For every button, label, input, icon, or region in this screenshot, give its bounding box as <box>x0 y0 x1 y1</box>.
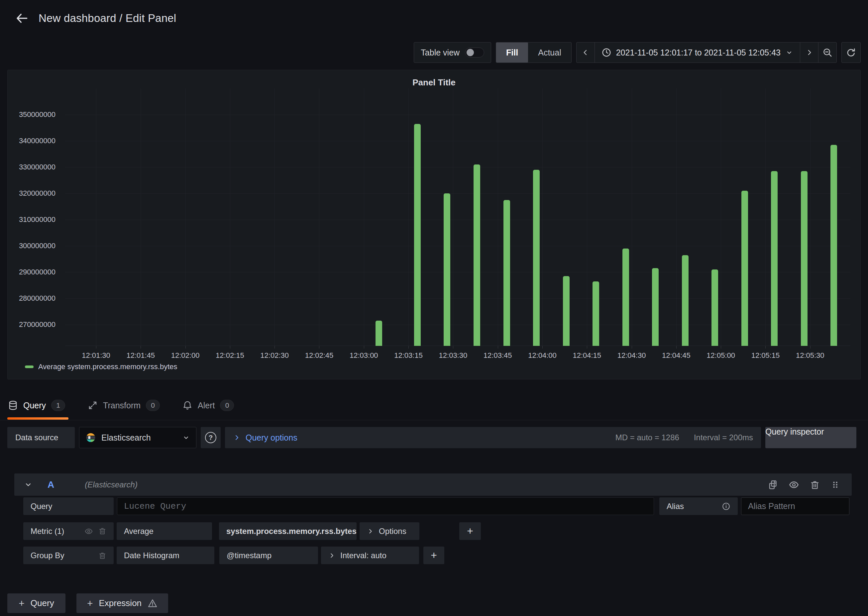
panel: Panel Title 12:01:3012:01:4512:02:0012:0… <box>7 70 861 379</box>
toggle-knob <box>467 49 474 56</box>
x-axis-tick <box>96 346 96 349</box>
time-shift-forward-button[interactable] <box>800 42 818 63</box>
remove-metric-button[interactable] <box>98 527 106 536</box>
time-picker-group: 2021-11-05 12:01:17 to 2021-11-05 12:05:… <box>576 42 837 63</box>
x-axis-tick-label: 12:03:00 <box>339 351 389 360</box>
refresh-button[interactable] <box>841 42 861 63</box>
x-axis-tick <box>230 346 230 349</box>
group-by-label-text: Group By <box>31 551 64 560</box>
alias-label-text: Alias <box>667 502 684 511</box>
bar-12:04:08 <box>563 276 569 346</box>
metric-options-label: Options <box>379 526 406 536</box>
chevron-left-icon <box>581 48 590 57</box>
zoom-out-time-button[interactable] <box>818 42 837 63</box>
bar-12:05:18 <box>771 171 778 346</box>
x-gridline <box>498 88 498 346</box>
actual-option[interactable]: Actual <box>528 42 571 63</box>
eye-icon <box>84 527 93 536</box>
y-axis-tick-label: 310000000 <box>9 215 55 224</box>
x-axis-tick <box>632 346 632 349</box>
x-axis-tick <box>765 346 766 349</box>
datasource-help-button[interactable]: ? <box>201 427 221 448</box>
x-axis-tick-label: 12:04:00 <box>517 351 567 360</box>
time-range-text: 2021-11-05 12:01:17 to 2021-11-05 12:05:… <box>616 48 781 58</box>
remove-group-by-button[interactable] <box>98 552 106 559</box>
legend-series-label: Average system.process.memory.rss.bytes <box>38 363 178 371</box>
table-view-toggle[interactable] <box>465 47 484 58</box>
drag-handle-icon[interactable] <box>830 480 840 489</box>
collapse-query-button[interactable] <box>24 480 33 489</box>
metric-aggregation-select[interactable]: Average <box>116 522 212 540</box>
x-axis-tick-label: 12:05:30 <box>785 351 835 360</box>
query-inspector-button[interactable]: Query inspector <box>765 427 856 448</box>
bar-12:03:28 <box>443 193 450 346</box>
bar-12:05:38 <box>830 145 837 346</box>
bar-12:03:18 <box>414 124 421 346</box>
toggle-metric-visibility-button[interactable] <box>84 527 93 536</box>
y-axis-tick-label: 320000000 <box>9 189 55 198</box>
chevron-down-icon <box>785 49 793 57</box>
plot-area: 12:01:3012:01:4512:02:0012:02:1512:02:30… <box>65 88 851 346</box>
query-options-toggle[interactable]: Query options MD = auto = 1286 Interval … <box>225 427 761 448</box>
refresh-icon <box>846 47 856 58</box>
group-by-interval-toggle[interactable]: Interval: auto <box>321 547 419 564</box>
chevron-right-icon <box>805 48 813 57</box>
datasource-picker[interactable]: Elasticsearch <box>79 427 197 448</box>
bar-12:03:05 <box>376 321 382 346</box>
metric-options-toggle[interactable]: Options <box>360 522 419 540</box>
x-gridline <box>587 88 587 346</box>
max-data-points-stat: MD = auto = 1286 <box>615 433 679 442</box>
x-axis-tick <box>319 346 319 349</box>
help-icon: ? <box>205 432 216 443</box>
toggle-query-visibility-button[interactable] <box>789 479 799 490</box>
duplicate-query-button[interactable] <box>768 480 778 490</box>
chevron-right-icon <box>367 528 374 535</box>
bar-12:04:48 <box>682 255 689 346</box>
y-gridline <box>65 115 851 115</box>
table-view-label: Table view <box>421 48 459 58</box>
chevron-right-icon <box>328 552 336 559</box>
x-gridline <box>721 88 721 346</box>
group-by-aggregation-select[interactable]: Date Histogram <box>116 547 214 564</box>
query-ref-id[interactable]: A <box>47 479 54 490</box>
query-editor-header[interactable]: A (Elasticsearch) <box>14 473 852 496</box>
x-axis-tick-label: 12:04:30 <box>607 351 657 360</box>
lucene-query-input[interactable] <box>117 497 654 515</box>
add-query-button[interactable]: + Query <box>7 593 66 613</box>
x-axis-tick-label: 12:02:00 <box>160 351 210 360</box>
group-by-field-select[interactable]: @timestamp <box>219 547 318 564</box>
trash-icon <box>98 552 106 559</box>
tab-transform[interactable]: Transform 0 <box>87 394 163 417</box>
legend-item[interactable]: Average system.process.memory.rss.bytes <box>25 363 178 371</box>
query-stats: MD = auto = 1286 Interval = 200ms <box>615 433 753 442</box>
plus-icon: + <box>19 598 25 609</box>
x-gridline <box>453 88 453 346</box>
add-expression-button[interactable]: + Expression <box>76 593 168 613</box>
metric-row: Metric (1) Average system.process.memory… <box>23 522 481 540</box>
time-shift-back-button[interactable] <box>576 42 595 63</box>
database-icon <box>8 401 18 410</box>
x-axis-tick <box>587 346 587 349</box>
x-axis-tick-label: 12:02:30 <box>250 351 299 360</box>
bar-12:04:58 <box>711 269 718 346</box>
bar-12:04:38 <box>652 268 659 346</box>
add-group-by-button[interactable]: + <box>423 547 444 564</box>
tab-query-count: 1 <box>51 400 65 411</box>
y-axis-tick-label: 270000000 <box>9 320 55 329</box>
fill-option[interactable]: Fill <box>496 42 528 63</box>
zoom-out-icon <box>822 47 832 58</box>
back-button[interactable] <box>13 9 31 28</box>
x-axis-tick-label: 12:05:15 <box>741 351 790 360</box>
alias-pattern-input[interactable] <box>741 497 849 515</box>
chevron-down-icon <box>182 434 190 442</box>
group-by-interval-label: Interval: auto <box>340 551 387 560</box>
metric-field-select[interactable]: system.process.memory.rss.bytes <box>219 522 357 540</box>
remove-query-button[interactable] <box>810 480 820 490</box>
tab-query[interactable]: Query 1 <box>7 394 68 417</box>
panel-toolbar: Table view Fill Actual 2021-11-05 12:01:… <box>414 42 861 63</box>
app-header: New dashboard / Edit Panel <box>0 0 868 36</box>
page-title: New dashboard / Edit Panel <box>39 12 176 25</box>
add-metric-button[interactable]: + <box>459 522 481 540</box>
time-range-picker[interactable]: 2021-11-05 12:01:17 to 2021-11-05 12:05:… <box>594 42 800 63</box>
tab-alert[interactable]: Alert 0 <box>182 394 237 417</box>
